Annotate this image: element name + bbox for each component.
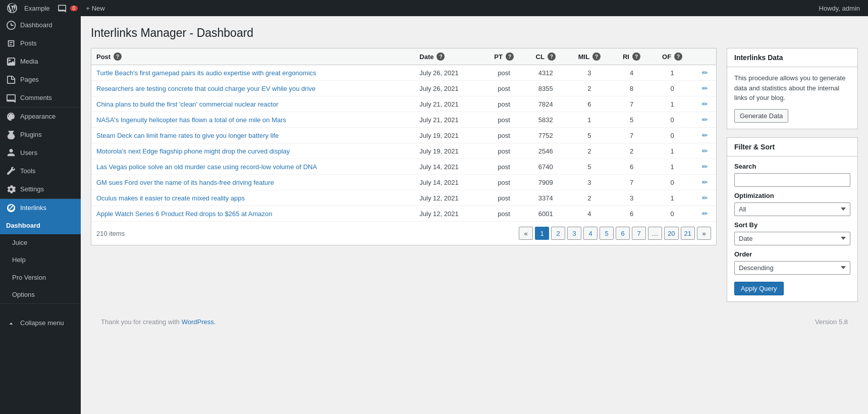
sidebar-item-dashboard[interactable]: Dashboard	[0, 16, 81, 34]
pagination-next[interactable]: »	[697, 227, 711, 240]
pagination-page-7[interactable]: 7	[632, 227, 646, 240]
pt-help-icon[interactable]: ?	[506, 53, 514, 61]
edit-icon[interactable]: ✏	[702, 194, 708, 202]
sidebar-item-comments[interactable]: Comments	[0, 89, 81, 107]
post-link[interactable]: Las Vegas police solve an old murder cas…	[96, 163, 317, 171]
interlinks-icon	[6, 203, 16, 213]
pagination-page-3[interactable]: 3	[567, 227, 581, 240]
sidebar-sub-label-juice: Juice	[12, 238, 27, 247]
post-link[interactable]: Apple Watch Series 6 Product Red drops t…	[96, 210, 273, 218]
cell-cl: 2546	[525, 143, 567, 159]
cell-of: 0	[651, 81, 693, 96]
tools-icon	[6, 166, 16, 176]
cell-mil: 3	[567, 175, 612, 190]
date-help-icon[interactable]: ?	[437, 53, 445, 61]
col-ri: RI ?	[612, 48, 651, 65]
wordpress-link[interactable]: WordPress.	[182, 318, 216, 326]
sidebar-item-help[interactable]: Help	[0, 251, 81, 269]
sidebar-item-media[interactable]: Media	[0, 53, 81, 71]
cell-of: 1	[651, 143, 693, 159]
cell-ri: 7	[612, 128, 651, 143]
pagination-page-4[interactable]: 4	[583, 227, 598, 240]
adminbar-site[interactable]: Example	[20, 0, 54, 16]
plugins-icon	[6, 130, 16, 140]
pagination-page-2[interactable]: 2	[551, 227, 565, 240]
post-link[interactable]: Steam Deck can limit frame rates to give…	[96, 132, 279, 139]
search-input[interactable]	[734, 173, 850, 187]
apply-query-button[interactable]: Apply Query	[734, 282, 784, 295]
sort-by-select[interactable]: DateCLPTMILRIOF	[734, 232, 850, 245]
pages-icon	[6, 75, 16, 85]
sidebar-item-plugins[interactable]: Plugins	[0, 126, 81, 144]
post-link[interactable]: Oculus makes it easier to create mixed r…	[96, 194, 245, 202]
filter-sort-title: Filter & Sort	[727, 138, 857, 157]
cell-pt: post	[483, 143, 525, 159]
cell-cl: 4312	[525, 65, 567, 81]
edit-icon[interactable]: ✏	[702, 69, 708, 77]
generate-data-button[interactable]: Generate Data	[734, 109, 788, 123]
adminbar-new[interactable]: + New	[82, 0, 109, 16]
col-date: Date ?	[414, 48, 483, 65]
cl-help-icon[interactable]: ?	[548, 53, 556, 61]
cell-edit: ✏	[693, 65, 716, 81]
edit-icon[interactable]: ✏	[702, 178, 708, 186]
of-help-icon[interactable]: ?	[674, 53, 682, 61]
edit-icon[interactable]: ✏	[702, 100, 708, 108]
cell-of: 1	[651, 65, 693, 81]
sidebar-item-options[interactable]: Options	[0, 286, 81, 303]
sidebar-label-comments: Comments	[20, 93, 52, 102]
pagination: 210 items « 1 2 3 4 5 6 7 … 20 21 »	[91, 221, 716, 245]
adminbar-user[interactable]: Howdy, admin	[815, 0, 864, 16]
sidebar-item-juice[interactable]: Juice	[0, 234, 81, 251]
cell-pt: post	[483, 128, 525, 143]
post-link[interactable]: China plans to build the first 'clean' c…	[96, 100, 278, 108]
edit-icon[interactable]: ✏	[702, 84, 708, 92]
sidebar-item-posts[interactable]: Posts	[0, 34, 81, 53]
post-link[interactable]: Motorola's next Edge flagship phone migh…	[96, 147, 290, 155]
sidebar-item-users[interactable]: Users	[0, 144, 81, 162]
adminbar-comments[interactable]: 0	[54, 0, 82, 16]
pagination-prev[interactable]: «	[519, 227, 533, 240]
ri-help-icon[interactable]: ?	[632, 53, 640, 61]
pagination-page-1[interactable]: 1	[535, 227, 549, 240]
optimization-label: Optimization	[734, 192, 850, 199]
edit-icon[interactable]: ✏	[702, 210, 708, 218]
sidebar-item-pages[interactable]: Pages	[0, 71, 81, 89]
cell-date: July 12, 2021	[414, 206, 483, 222]
cell-date: July 12, 2021	[414, 190, 483, 206]
sidebar-item-settings[interactable]: Settings	[0, 180, 81, 198]
mil-help-icon[interactable]: ?	[592, 53, 601, 61]
sidebar-item-interlinks[interactable]: Interlinks	[0, 199, 81, 217]
col-post: Post ?	[91, 48, 414, 65]
cell-edit: ✏	[693, 190, 716, 206]
edit-icon[interactable]: ✏	[702, 116, 708, 124]
post-link[interactable]: Turtle Beach's first gamepad pairs its a…	[96, 69, 316, 77]
order-select[interactable]: DescendingAscending	[734, 261, 850, 275]
sidebar-item-appearance[interactable]: Appearance	[0, 108, 81, 126]
sidebar-item-tools[interactable]: Tools	[0, 162, 81, 180]
edit-icon[interactable]: ✏	[702, 163, 708, 171]
sidebar-collapse[interactable]: Collapse menu	[0, 314, 81, 332]
sidebar-item-pro-version[interactable]: Pro Version	[0, 269, 81, 286]
post-link[interactable]: Researchers are testing concrete that co…	[96, 85, 315, 92]
post-link[interactable]: NASA's Ingenuity helicopter has flown a …	[96, 116, 286, 124]
post-link[interactable]: GM sues Ford over the name of its hands-…	[96, 179, 274, 186]
optimization-select[interactable]: AllGoodAveragePoor	[734, 202, 850, 216]
cell-ri: 3	[612, 190, 651, 206]
sidebar-label-media: Media	[20, 57, 38, 66]
col-mil: MIL ?	[567, 48, 612, 65]
settings-icon	[6, 184, 16, 194]
pagination-page-5[interactable]: 5	[600, 227, 614, 240]
pagination-page-20[interactable]: 20	[664, 227, 678, 240]
pagination-page-21[interactable]: 21	[681, 227, 695, 240]
edit-icon[interactable]: ✏	[702, 147, 708, 155]
post-help-icon[interactable]: ?	[114, 53, 122, 61]
cell-mil: 6	[567, 96, 612, 112]
right-panel: Interlinks Data This procedure allows yo…	[727, 48, 858, 310]
edit-icon[interactable]: ✏	[702, 131, 708, 139]
pagination-page-6[interactable]: 6	[616, 227, 630, 240]
col-pt: PT ?	[483, 48, 525, 65]
table-row: Las Vegas police solve an old murder cas…	[91, 159, 716, 175]
sidebar-item-dashboard-sub[interactable]: Dashboard	[0, 217, 81, 234]
wp-logo[interactable]	[4, 0, 20, 16]
